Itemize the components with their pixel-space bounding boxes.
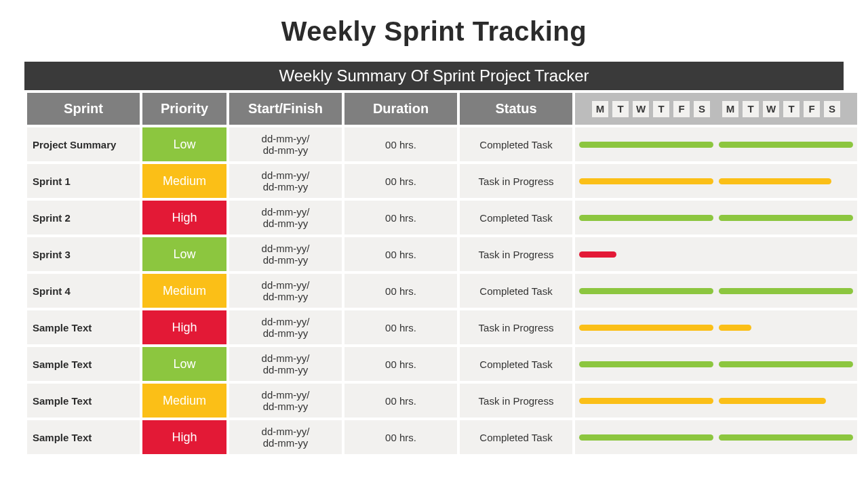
col-sprint: Sprint — [26, 92, 141, 126]
priority-badge: Low — [142, 237, 226, 271]
gantt-bar — [579, 142, 713, 148]
priority-cell: High — [141, 199, 228, 236]
col-priority: Priority — [141, 92, 228, 126]
duration-cell: 00 hrs. — [343, 199, 458, 236]
day-label: M — [722, 101, 738, 117]
week1-labels: M T W T F S — [592, 101, 710, 117]
dates-cell: dd-mm-yy/dd-mm-yy — [228, 346, 343, 382]
priority-badge: Medium — [142, 164, 226, 198]
gantt-bar — [579, 251, 616, 258]
gantt-bar — [579, 398, 713, 404]
gantt-cell — [574, 346, 859, 382]
day-label: M — [592, 101, 608, 117]
day-label: W — [763, 101, 779, 117]
dates-cell: dd-mm-yy/dd-mm-yy — [228, 126, 343, 163]
gantt-bar — [719, 398, 826, 404]
sprint-name: Sample Text — [26, 382, 141, 419]
status-cell: Completed Task — [458, 199, 574, 236]
dates-cell: dd-mm-yy/dd-mm-yy — [228, 163, 343, 199]
priority-cell: Low — [141, 346, 228, 382]
table-row: Sample TextLowdd-mm-yy/dd-mm-yy00 hrs.Co… — [26, 346, 859, 382]
day-label: S — [694, 101, 710, 117]
table-row: Sprint 4Mediumdd-mm-yy/dd-mm-yy00 hrs.Co… — [26, 272, 859, 309]
gantt-cell — [574, 163, 859, 199]
sprint-table: Sprint Priority Start/Finish Duration St… — [24, 90, 860, 457]
gantt-cell — [574, 419, 859, 455]
duration-cell: 00 hrs. — [343, 419, 458, 455]
table-row: Sample TextHighdd-mm-yy/dd-mm-yy00 hrs.T… — [26, 309, 859, 346]
sprint-name: Sample Text — [26, 309, 141, 346]
duration-cell: 00 hrs. — [343, 126, 458, 163]
duration-cell: 00 hrs. — [343, 163, 458, 199]
sprint-name: Sprint 4 — [26, 272, 141, 309]
week2-labels: M T W T F S — [722, 101, 840, 117]
priority-cell: Medium — [141, 272, 228, 309]
status-cell: Completed Task — [458, 272, 574, 309]
gantt-bar — [719, 288, 853, 294]
col-days: M T W T F S M T W T F — [574, 92, 859, 126]
day-label: F — [673, 101, 690, 117]
sprint-name: Sprint 1 — [26, 163, 141, 199]
col-status: Status — [458, 92, 574, 126]
priority-badge: High — [142, 310, 226, 344]
gantt-cell — [574, 199, 859, 236]
status-cell: Task in Progress — [458, 382, 574, 419]
gantt-bar — [719, 142, 853, 148]
dates-cell: dd-mm-yy/dd-mm-yy — [228, 309, 343, 346]
table-row: Sample TextHighdd-mm-yy/dd-mm-yy00 hrs.C… — [26, 419, 859, 455]
sprint-name: Sprint 2 — [26, 199, 141, 236]
sprint-name: Sprint 3 — [26, 236, 141, 272]
status-cell: Completed Task — [458, 126, 574, 163]
gantt-bar — [719, 325, 751, 331]
page-title: Weekly Sprint Tracking — [24, 16, 844, 47]
sprint-name: Sample Text — [26, 346, 141, 382]
col-dates: Start/Finish — [228, 92, 343, 126]
gantt-bar — [719, 361, 853, 367]
dates-cell: dd-mm-yy/dd-mm-yy — [228, 199, 343, 236]
status-cell: Task in Progress — [458, 163, 574, 199]
gantt-cell — [574, 236, 859, 272]
gantt-bar — [579, 361, 713, 367]
table-header-row: Sprint Priority Start/Finish Duration St… — [26, 92, 859, 126]
day-label: W — [633, 101, 649, 117]
table-row: Project SummaryLowdd-mm-yy/dd-mm-yy00 hr… — [26, 126, 859, 163]
gantt-bar — [719, 215, 853, 221]
summary-banner: Weekly Summary Of Sprint Project Tracker — [24, 62, 844, 90]
status-cell: Completed Task — [458, 419, 574, 455]
gantt-bar — [579, 215, 713, 221]
day-label: T — [743, 101, 759, 117]
table-row: Sprint 2Highdd-mm-yy/dd-mm-yy00 hrs.Comp… — [26, 199, 859, 236]
priority-badge: Low — [142, 347, 226, 381]
sprint-name: Project Summary — [26, 126, 141, 163]
priority-badge: High — [142, 201, 226, 235]
duration-cell: 00 hrs. — [343, 272, 458, 309]
table-row: Sample TextMediumdd-mm-yy/dd-mm-yy00 hrs… — [26, 382, 859, 419]
dates-cell: dd-mm-yy/dd-mm-yy — [228, 236, 343, 272]
sprint-name: Sample Text — [26, 419, 141, 455]
gantt-bar — [579, 434, 713, 441]
duration-cell: 00 hrs. — [343, 382, 458, 419]
gantt-bar — [579, 325, 713, 331]
priority-cell: Medium — [141, 163, 228, 199]
col-duration: Duration — [343, 92, 458, 126]
day-label: S — [824, 101, 840, 117]
gantt-cell — [574, 272, 859, 309]
priority-cell: Low — [141, 236, 228, 272]
gantt-bar — [579, 288, 713, 294]
gantt-bar — [719, 178, 831, 184]
day-label: T — [653, 101, 669, 117]
table-row: Sprint 3Lowdd-mm-yy/dd-mm-yy00 hrs.Task … — [26, 236, 859, 272]
status-cell: Completed Task — [458, 346, 574, 382]
duration-cell: 00 hrs. — [343, 236, 458, 272]
priority-badge: Medium — [142, 274, 226, 308]
table-row: Sprint 1Mediumdd-mm-yy/dd-mm-yy00 hrs.Ta… — [26, 163, 859, 199]
gantt-bar — [719, 434, 853, 441]
day-label: T — [612, 101, 629, 117]
status-cell: Task in Progress — [458, 236, 574, 272]
priority-badge: Low — [142, 127, 226, 161]
gantt-cell — [574, 382, 859, 419]
gantt-cell — [574, 126, 859, 163]
priority-cell: High — [141, 309, 228, 346]
gantt-cell — [574, 309, 859, 346]
duration-cell: 00 hrs. — [343, 346, 458, 382]
